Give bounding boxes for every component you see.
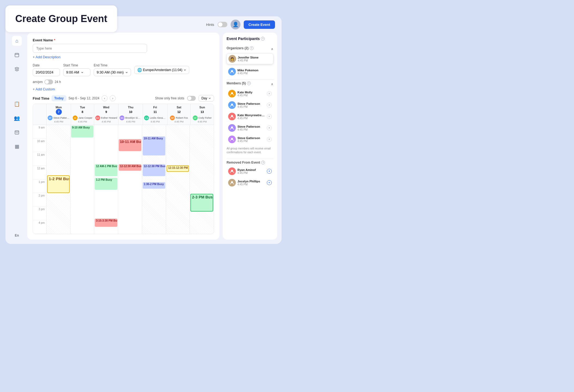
start-time-group: Start Time 9:00 AM bbox=[63, 63, 90, 76]
member-info-1: Steve Patterson 4:45 PM bbox=[237, 102, 265, 108]
day-col-1: 9-10 AM Busy bbox=[71, 125, 94, 234]
day-col-5: 12:15-12:30 PM Busy bbox=[166, 125, 190, 234]
datetime-row: Date 20/02/2024 Start Time 9:00 AM En bbox=[33, 63, 214, 84]
date-input[interactable]: 20/02/2024 bbox=[33, 68, 60, 76]
create-event-button[interactable]: Create Event bbox=[244, 20, 275, 29]
start-time-value: 9:00 AM bbox=[66, 70, 79, 74]
add-removed-button-1[interactable]: + bbox=[267, 180, 272, 185]
event-name-input[interactable] bbox=[33, 44, 147, 53]
jennifer-time: 4:45 PM bbox=[238, 59, 271, 62]
sidebar-item-home[interactable]: ⌂ bbox=[12, 36, 22, 46]
mike-avatar bbox=[228, 68, 236, 75]
calendar-grid: Mon 7 SP Steve Patterson 4:45 PM Tue 8 J… bbox=[33, 104, 214, 234]
date-value: 20/02/2024 bbox=[36, 70, 53, 74]
add-description-label: + Add Description bbox=[33, 55, 60, 59]
busy-block: 12-12:30 AM Busy bbox=[119, 164, 141, 171]
prev-week-button[interactable]: ‹ bbox=[102, 95, 108, 101]
time-column: 9 am10 am11 am12 am1 pm2 pm3 pm4 pm bbox=[33, 125, 47, 234]
sidebar-item-lang[interactable]: En bbox=[15, 234, 19, 240]
svg-point-3 bbox=[17, 133, 17, 133]
member-name-1: Steve Patterson bbox=[237, 102, 265, 105]
sidebar-item-grid[interactable]: ▦ bbox=[12, 142, 22, 151]
sidebar-item-calendar2[interactable] bbox=[12, 127, 22, 137]
find-time-label: Find Time bbox=[33, 96, 49, 100]
divider-2 bbox=[227, 159, 273, 159]
member-item-2: Kate Monyrewtresky... 4:45 PM × bbox=[227, 111, 273, 122]
removed-info-1: Jocelyn Phillips 4:45 PM bbox=[237, 180, 265, 186]
members-list: Kate Molly 4:45 PM × Steve Patterson 4:4… bbox=[227, 88, 273, 146]
member-avatar-3 bbox=[228, 124, 236, 132]
removed-name-0: Ryan Aminof bbox=[237, 168, 265, 171]
next-week-button[interactable]: › bbox=[110, 95, 116, 101]
cal-header-day-1: Tue 8 JC Jane Cooper 4:45 PM bbox=[71, 104, 94, 125]
add-description-button[interactable]: + Add Description bbox=[33, 55, 214, 59]
member-info-0: Kate Molly 4:45 PM bbox=[237, 91, 265, 97]
mike-time: 4:45 PM bbox=[237, 72, 272, 75]
email-note: All group members will receive email con… bbox=[227, 147, 273, 154]
hints-toggle[interactable] bbox=[218, 22, 227, 27]
removed-time-0: 4:45 PM bbox=[237, 171, 265, 174]
remove-member-button-4[interactable]: × bbox=[267, 137, 272, 142]
today-button[interactable]: Today bbox=[51, 95, 66, 101]
members-section: Members (5) ? ∧ bbox=[227, 81, 273, 87]
removed-label-text: Removed From Event bbox=[227, 161, 260, 164]
member-info-2: Kate Monyrewtresky... 4:45 PM bbox=[237, 114, 265, 120]
sidebar-item-layers[interactable] bbox=[12, 64, 22, 74]
busy-block: 12:15-12:30 PM Busy bbox=[167, 165, 189, 172]
hour24-label: 24 h bbox=[55, 80, 61, 84]
sidebar-item-calendar[interactable] bbox=[12, 50, 22, 60]
day-col-6: 2-3 PM Busy bbox=[190, 125, 214, 234]
removed-avatar-0 bbox=[228, 167, 236, 175]
find-time-right: Show only free slots Day bbox=[155, 95, 214, 102]
avatar[interactable]: 👤 bbox=[231, 20, 240, 29]
add-removed-button-0[interactable]: + bbox=[267, 169, 272, 174]
start-time-select[interactable]: 9:00 AM bbox=[63, 68, 90, 76]
add-custom-button[interactable]: + Add Custom bbox=[33, 87, 214, 91]
removed-time-1: 4:45 PM bbox=[237, 183, 265, 186]
members-help-icon[interactable]: ? bbox=[247, 81, 251, 85]
end-time-label: End Time bbox=[94, 63, 131, 67]
organizers-label-text: Organizers (2) bbox=[227, 46, 249, 50]
busy-block: 9-10 AM Busy bbox=[71, 125, 94, 137]
members-collapse[interactable]: ∧ bbox=[271, 82, 273, 86]
members-label-text: Members (5) bbox=[227, 81, 246, 85]
day-select[interactable]: Day bbox=[199, 95, 214, 102]
participants-help-icon[interactable]: ? bbox=[261, 37, 265, 41]
removed-avatar-1 bbox=[228, 179, 236, 186]
removed-name-1: Jocelyn Phillips bbox=[237, 180, 265, 183]
busy-block: 1-2 PM Busy bbox=[47, 175, 70, 193]
page-title: Create Group Event bbox=[15, 13, 107, 24]
member-name-2: Kate Monyrewtresky... bbox=[237, 114, 265, 117]
sidebar-item-clipboard[interactable]: 📋 bbox=[12, 99, 22, 109]
app-window: For GLS Designs Group Hints 👤 Create Eve… bbox=[5, 16, 282, 244]
outer-container: Create Group Event For GLS Designs Group… bbox=[5, 5, 282, 244]
cal-header-day-5: Sat 12 RF Robert Fox 4:45 PM bbox=[167, 104, 191, 125]
svg-point-2 bbox=[16, 133, 16, 133]
removed-help-icon[interactable]: ? bbox=[261, 161, 265, 164]
removed-title: Removed From Event ? bbox=[227, 161, 273, 164]
remove-member-button-2[interactable]: × bbox=[267, 114, 272, 119]
ampm-toggle[interactable] bbox=[44, 79, 53, 84]
timezone-select[interactable]: 🌐 Europe/Amsterdam (11:04) bbox=[134, 66, 189, 74]
busy-block: 1:30-2 PM Busy bbox=[143, 182, 165, 189]
removed-item-1: Jocelyn Phillips 4:45 PM + bbox=[227, 177, 273, 188]
organizers-help-icon[interactable]: ? bbox=[250, 46, 254, 50]
remove-member-button-3[interactable]: × bbox=[267, 125, 272, 130]
cal-header: Mon 7 SP Steve Patterson 4:45 PM Tue 8 J… bbox=[33, 104, 214, 125]
organizers-section: Organizers (2) ? ∧ bbox=[227, 46, 273, 52]
sidebar-item-users[interactable]: 👥 bbox=[12, 113, 22, 123]
jennifer-avatar: 👩 bbox=[228, 55, 236, 63]
organizers-collapse[interactable]: ∧ bbox=[271, 47, 273, 51]
jennifer-info: Jennifer Stone 4:45 PM bbox=[238, 56, 271, 62]
cal-header-empty bbox=[33, 104, 47, 125]
day-col-0: 1-2 PM Busy bbox=[47, 125, 71, 234]
date-group: Date 20/02/2024 bbox=[33, 63, 60, 76]
end-time-select[interactable]: 9:30 AM (30 min) bbox=[94, 68, 131, 76]
busy-block: 2-3 PM Busy bbox=[190, 194, 213, 212]
free-slots-toggle[interactable] bbox=[187, 96, 196, 101]
remove-member-button-0[interactable]: × bbox=[267, 91, 272, 96]
end-time-value: 9:30 AM (30 min) bbox=[97, 70, 124, 74]
divider-1 bbox=[227, 79, 273, 80]
time-slot-3 pm: 3 pm bbox=[33, 207, 46, 220]
remove-member-button-1[interactable]: × bbox=[267, 103, 272, 108]
